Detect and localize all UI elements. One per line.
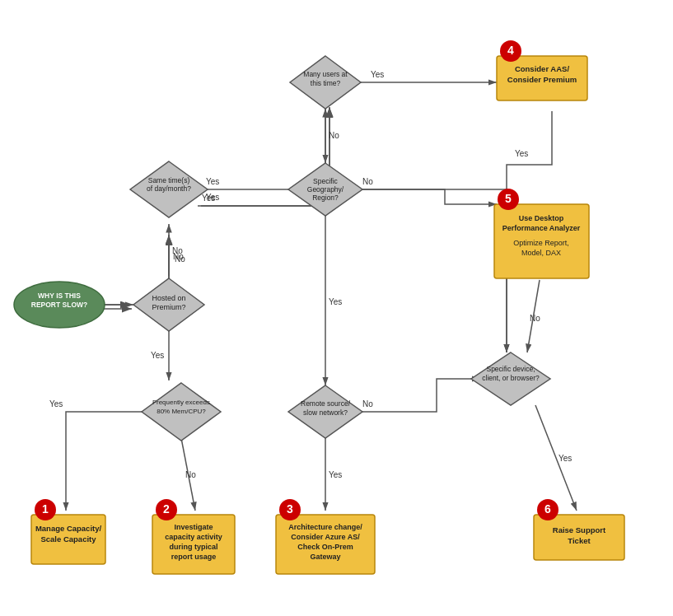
svg-text:Use Desktop: Use Desktop (519, 214, 564, 222)
svg-text:Region?: Region? (312, 194, 339, 202)
svg-text:Yes: Yes (151, 351, 164, 360)
svg-text:Consider Azure AS/: Consider Azure AS/ (291, 533, 360, 541)
svg-text:Raise Support: Raise Support (553, 525, 606, 534)
svg-text:Yes: Yes (515, 149, 528, 158)
svg-text:Yes: Yes (371, 70, 384, 79)
svg-text:of day/month?: of day/month? (147, 184, 191, 193)
svg-text:1: 1 (42, 502, 49, 516)
svg-text:REPORT SLOW?: REPORT SLOW? (31, 301, 87, 309)
svg-text:Remote source/: Remote source/ (301, 399, 351, 408)
svg-text:Consider Premium: Consider Premium (507, 75, 577, 84)
svg-text:Manage Capacity/: Manage Capacity/ (35, 524, 102, 533)
svg-text:Gateway: Gateway (310, 553, 340, 561)
svg-text:No: No (362, 399, 373, 408)
svg-text:Model, DAX: Model, DAX (521, 249, 561, 257)
svg-text:No: No (329, 131, 339, 140)
svg-text:Hosted on: Hosted on (152, 294, 185, 302)
svg-text:No: No (172, 246, 183, 255)
svg-text:3: 3 (287, 502, 293, 516)
svg-text:Optimize Report,: Optimize Report, (513, 239, 569, 247)
svg-text:Many users at: Many users at (303, 70, 348, 78)
svg-text:during typical: during typical (169, 543, 217, 551)
svg-text:80% Mem/CPU?: 80% Mem/CPU? (157, 408, 206, 415)
svg-text:2: 2 (163, 502, 170, 516)
svg-text:Scale Capacity: Scale Capacity (40, 534, 96, 544)
svg-text:Ticket: Ticket (568, 536, 591, 545)
svg-text:No: No (185, 470, 196, 479)
main-diagram: No Yes Yes No No Yes Yes No Yes Yes No Y… (0, 0, 673, 616)
svg-text:Yes: Yes (329, 470, 342, 479)
svg-text:Premium?: Premium? (152, 303, 185, 311)
svg-text:this time?: this time? (311, 79, 341, 87)
svg-text:No: No (530, 314, 540, 323)
svg-text:Yes: Yes (558, 454, 572, 463)
svg-text:report usage: report usage (171, 553, 217, 561)
diagram-svg: No Yes Yes No No Yes Yes No Yes Yes No Y… (0, 0, 673, 616)
svg-text:6: 6 (544, 502, 551, 516)
svg-text:Yes: Yes (206, 177, 219, 186)
svg-text:Architecture change/: Architecture change/ (288, 523, 362, 531)
svg-text:Frequently exceeds: Frequently exceeds (152, 399, 210, 406)
svg-text:slow network?: slow network? (303, 408, 348, 417)
svg-text:Consider AAS/: Consider AAS/ (515, 64, 570, 73)
svg-text:Geography/: Geography/ (307, 185, 344, 194)
svg-text:Same time(s): Same time(s) (148, 176, 190, 184)
svg-text:4: 4 (507, 44, 514, 57)
svg-text:Specific: Specific (313, 177, 339, 185)
svg-text:capacity activity: capacity activity (165, 533, 222, 541)
svg-text:Check On-Prem: Check On-Prem (297, 543, 353, 551)
svg-text:Investigate: Investigate (174, 523, 213, 531)
svg-text:Yes: Yes (49, 399, 63, 408)
svg-text:client, or browser?: client, or browser? (482, 374, 540, 382)
start-label: WHY IS THIS (38, 292, 81, 300)
svg-text:No: No (362, 177, 373, 186)
svg-text:Specific device,: Specific device, (486, 365, 535, 373)
svg-text:Yes: Yes (329, 297, 342, 306)
svg-text:5: 5 (505, 192, 512, 205)
svg-text:Performance Analyzer: Performance Analyzer (502, 224, 581, 232)
